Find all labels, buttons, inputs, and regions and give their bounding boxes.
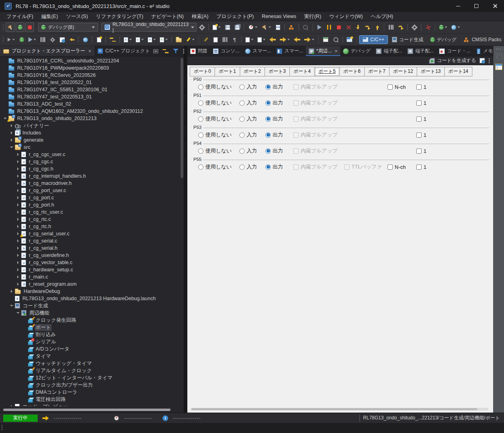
port-tab[interactable]: ポート14 bbox=[444, 67, 472, 76]
tree-item[interactable]: src bbox=[0, 144, 180, 151]
chevron-collapsed-icon[interactable] bbox=[15, 166, 20, 172]
chevron-collapsed-icon[interactable] bbox=[9, 123, 14, 128]
new-window-button[interactable] bbox=[321, 35, 330, 44]
chevron-collapsed-icon[interactable] bbox=[15, 246, 20, 251]
radio-icon[interactable] bbox=[198, 100, 203, 106]
close-button[interactable] bbox=[486, 0, 504, 12]
back-anchor-button[interactable] bbox=[268, 35, 277, 44]
terminate-button[interactable] bbox=[25, 22, 34, 32]
view-menu-icon[interactable] bbox=[488, 58, 490, 64]
menu-item[interactable]: 実行(R) bbox=[300, 12, 325, 21]
tree-item[interactable]: .hr_cg_serial.h bbox=[0, 245, 180, 252]
show-whitespace-button[interactable]: ¶ bbox=[230, 35, 239, 44]
chevron-collapsed-icon[interactable] bbox=[9, 289, 14, 294]
search-disabled-button[interactable] bbox=[301, 22, 310, 32]
radio-icon[interactable] bbox=[198, 132, 203, 138]
checkbox-icon[interactable] bbox=[416, 164, 422, 170]
back-button[interactable] bbox=[292, 35, 302, 44]
tab-project-explorer[interactable]: プロジェクト・エクスプローラー × bbox=[0, 46, 94, 56]
columns-button[interactable] bbox=[38, 35, 47, 44]
chevron-collapsed-icon[interactable] bbox=[15, 282, 20, 287]
tree-item[interactable]: バイナリー bbox=[0, 122, 180, 129]
link-button[interactable] bbox=[108, 35, 117, 44]
radio-option[interactable]: 出力 bbox=[265, 131, 283, 138]
close-tab-icon[interactable]: × bbox=[88, 49, 91, 54]
chevron-collapsed-icon[interactable] bbox=[15, 253, 20, 258]
mark-occurrences-button[interactable] bbox=[201, 35, 210, 44]
tree-item[interactable]: generate bbox=[0, 136, 180, 144]
view-tab[interactable]: *周辺...× bbox=[306, 46, 340, 56]
refresh-tree-button[interactable] bbox=[67, 35, 76, 44]
search-button[interactable] bbox=[331, 35, 340, 44]
checkbox-option[interactable]: N-ch bbox=[388, 83, 406, 90]
tree-item[interactable]: .cr_cg_serial_user.c bbox=[0, 230, 180, 237]
build-button[interactable] bbox=[6, 22, 15, 32]
generate-code-button[interactable]: コードを生成する bbox=[429, 57, 476, 64]
radio-icon[interactable] bbox=[239, 84, 245, 90]
radio-icon[interactable] bbox=[198, 148, 203, 154]
tree-item[interactable]: .hr_cg_userdefine.h bbox=[0, 252, 180, 259]
new-class-button[interactable] bbox=[94, 35, 103, 44]
watch-button[interactable] bbox=[48, 35, 57, 44]
chevron-collapsed-icon[interactable] bbox=[15, 188, 20, 193]
checkbox-option[interactable]: N-ch bbox=[388, 163, 406, 170]
radio-option[interactable]: 使用しない bbox=[198, 131, 232, 138]
tree-item[interactable]: ウォッチドッグ・タイマ bbox=[0, 360, 180, 367]
radio-option[interactable]: 入力 bbox=[239, 131, 257, 138]
chevron-collapsed-icon[interactable] bbox=[15, 239, 20, 244]
minimize-button[interactable] bbox=[449, 0, 467, 12]
chevron-collapsed-icon[interactable] bbox=[9, 404, 14, 407]
chevron-collapsed-icon[interactable] bbox=[15, 181, 20, 186]
disconnect-button[interactable] bbox=[344, 22, 353, 32]
resume-button[interactable] bbox=[315, 22, 324, 32]
tree-item[interactable]: .cr_main.c bbox=[0, 273, 180, 281]
radio-icon[interactable] bbox=[265, 116, 271, 122]
new-header-button[interactable]: h bbox=[146, 35, 157, 44]
maximize-button[interactable] bbox=[467, 0, 486, 12]
binary-view-button[interactable]: 010 bbox=[273, 22, 282, 32]
debug-settings-button[interactable] bbox=[410, 22, 419, 32]
open-perspective-button[interactable] bbox=[345, 35, 354, 44]
port-tab[interactable]: ポート13 bbox=[417, 67, 445, 76]
build-all-button[interactable] bbox=[247, 22, 259, 32]
tree-item[interactable]: タイマ bbox=[0, 353, 180, 360]
chevron-expanded-icon[interactable] bbox=[9, 303, 14, 309]
suspend-button[interactable] bbox=[325, 22, 333, 32]
scrollbar-thumb[interactable] bbox=[191, 408, 477, 410]
checkbox-icon[interactable] bbox=[416, 84, 422, 90]
modules-button[interactable] bbox=[287, 22, 296, 32]
view-tab[interactable]: 端子配... bbox=[373, 46, 405, 56]
menu-item[interactable]: ファイル(F) bbox=[2, 12, 37, 21]
checkbox-option[interactable]: 1 bbox=[416, 115, 426, 122]
tree-item[interactable]: .cr_cg_port_user.c bbox=[0, 187, 180, 194]
prev-annotation-button[interactable] bbox=[221, 35, 229, 44]
port-tab[interactable]: ポート1 bbox=[215, 67, 240, 76]
codegen-report-button[interactable] bbox=[58, 35, 66, 44]
view-tab[interactable]: コード・... bbox=[436, 46, 473, 56]
radio-option[interactable]: 出力 bbox=[265, 83, 283, 90]
view-menu-icon[interactable] bbox=[183, 48, 185, 54]
tree-item[interactable]: RL78G10Y16_CCRL_ondoshitudo_20221204 bbox=[0, 57, 180, 64]
launch-config-combo[interactable]: RL78G13_ondo_shitudo_20221213 | bbox=[101, 23, 197, 32]
tree-item[interactable]: クロック発生回路 bbox=[0, 317, 180, 324]
debug-history-button[interactable] bbox=[438, 22, 449, 32]
menu-item[interactable]: リファクタリング(T) bbox=[92, 12, 147, 21]
last-edit-button[interactable] bbox=[244, 35, 255, 44]
save-all-button[interactable] bbox=[233, 22, 241, 32]
checkbox-icon[interactable] bbox=[416, 132, 422, 138]
radio-icon[interactable] bbox=[239, 100, 245, 106]
tree-item[interactable]: .cr_cg_cgc_user.c bbox=[0, 151, 180, 158]
radio-option[interactable]: 入力 bbox=[239, 147, 257, 154]
forward-anchor-button[interactable] bbox=[278, 35, 291, 44]
view-tab[interactable]: 問題 bbox=[187, 46, 210, 56]
explorer-horizontal-scrollbar[interactable] bbox=[3, 409, 171, 411]
chevron-collapsed-icon[interactable] bbox=[15, 210, 20, 215]
tree-item[interactable]: コード生成 bbox=[0, 302, 180, 309]
view-tab[interactable]: スマー... bbox=[274, 46, 306, 56]
tree-item[interactable]: .hr_cg_rtc.h bbox=[0, 223, 180, 230]
skip-breakpoints-button[interactable] bbox=[424, 22, 432, 32]
tree-item[interactable]: リアルタイム・クロック bbox=[0, 367, 180, 374]
menu-item[interactable]: ウィンドウ(W) bbox=[325, 12, 367, 21]
tree-item[interactable]: RL78G10Y16_test_20220522_01 bbox=[0, 79, 180, 86]
radio-icon[interactable] bbox=[198, 116, 203, 122]
